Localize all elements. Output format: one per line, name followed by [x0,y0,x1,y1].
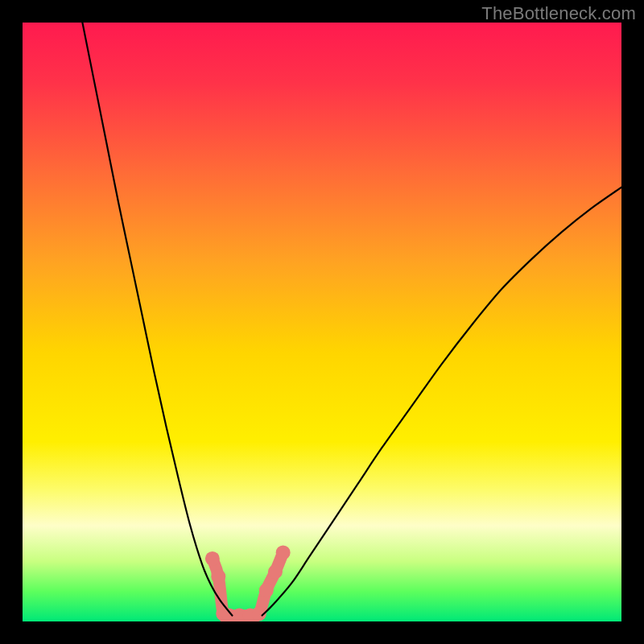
watermark-text: TheBottleneck.com [481,3,636,24]
chart-frame [23,23,621,621]
valley-trace-point [211,569,225,584]
valley-trace-point [276,545,291,559]
valley-trace-point [268,564,283,579]
valley-trace-point [205,551,220,566]
gradient-background [23,23,621,621]
bottleneck-chart [23,23,621,621]
valley-trace-point [259,583,274,597]
